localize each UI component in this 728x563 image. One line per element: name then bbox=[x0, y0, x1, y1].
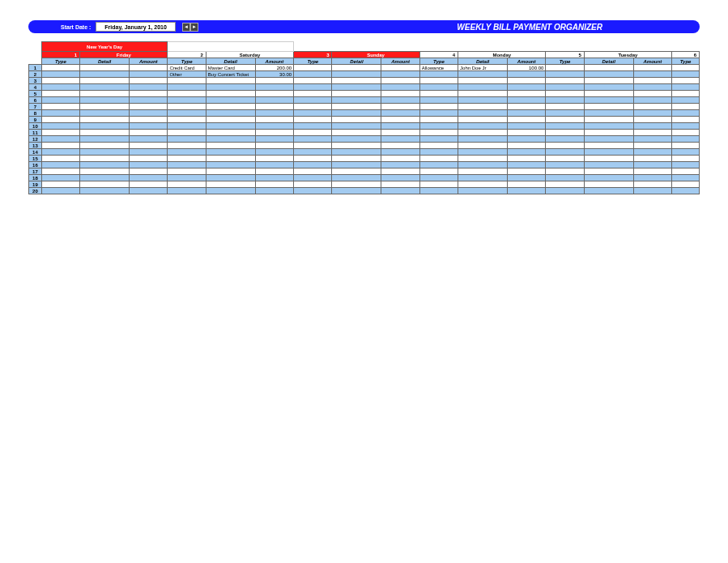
detail-cell[interactable] bbox=[80, 110, 130, 117]
type-cell[interactable] bbox=[419, 143, 458, 149]
detail-cell[interactable] bbox=[584, 130, 633, 136]
type-cell[interactable] bbox=[419, 149, 458, 156]
amount-cell[interactable] bbox=[130, 110, 168, 117]
amount-cell[interactable] bbox=[633, 78, 671, 84]
amount-cell[interactable] bbox=[508, 136, 546, 143]
type-cell[interactable] bbox=[672, 97, 700, 104]
amount-cell[interactable] bbox=[633, 97, 671, 104]
detail-cell[interactable] bbox=[80, 168, 130, 175]
detail-cell[interactable] bbox=[80, 71, 130, 78]
amount-cell[interactable] bbox=[508, 130, 546, 136]
amount-cell[interactable] bbox=[381, 188, 419, 194]
type-cell[interactable] bbox=[168, 136, 206, 143]
type-cell[interactable] bbox=[41, 136, 79, 143]
detail-cell[interactable] bbox=[458, 104, 508, 110]
type-cell[interactable] bbox=[672, 71, 700, 78]
detail-cell[interactable] bbox=[332, 156, 381, 162]
type-cell[interactable] bbox=[672, 110, 700, 117]
detail-cell[interactable] bbox=[206, 123, 255, 130]
amount-cell[interactable] bbox=[381, 71, 419, 78]
type-cell[interactable] bbox=[546, 97, 584, 104]
type-cell[interactable] bbox=[419, 188, 458, 194]
detail-cell[interactable] bbox=[206, 188, 255, 194]
type-cell[interactable] bbox=[294, 162, 332, 168]
detail-cell[interactable] bbox=[206, 84, 255, 91]
amount-cell[interactable] bbox=[255, 175, 293, 181]
detail-cell[interactable] bbox=[584, 136, 633, 143]
detail-cell[interactable] bbox=[458, 162, 508, 168]
type-cell[interactable] bbox=[672, 117, 700, 123]
type-cell[interactable] bbox=[41, 162, 79, 168]
detail-cell[interactable] bbox=[80, 97, 130, 104]
amount-cell[interactable] bbox=[633, 123, 671, 130]
type-cell[interactable] bbox=[168, 97, 206, 104]
type-cell[interactable] bbox=[294, 181, 332, 188]
amount-cell[interactable] bbox=[130, 162, 168, 168]
amount-cell[interactable] bbox=[130, 130, 168, 136]
detail-cell[interactable] bbox=[458, 136, 508, 143]
amount-cell[interactable] bbox=[255, 188, 293, 194]
type-cell[interactable] bbox=[294, 110, 332, 117]
type-cell[interactable] bbox=[41, 65, 79, 71]
detail-cell[interactable] bbox=[80, 149, 130, 156]
type-cell[interactable] bbox=[546, 188, 584, 194]
amount-cell[interactable] bbox=[508, 123, 546, 130]
detail-cell[interactable] bbox=[80, 175, 130, 181]
type-cell[interactable] bbox=[168, 130, 206, 136]
type-cell[interactable] bbox=[672, 84, 700, 91]
detail-cell[interactable] bbox=[458, 117, 508, 123]
detail-cell[interactable] bbox=[80, 104, 130, 110]
amount-cell[interactable] bbox=[508, 78, 546, 84]
type-cell[interactable] bbox=[41, 117, 79, 123]
detail-cell[interactable] bbox=[332, 162, 381, 168]
amount-cell[interactable] bbox=[381, 175, 419, 181]
type-cell[interactable] bbox=[41, 175, 79, 181]
amount-cell[interactable] bbox=[255, 156, 293, 162]
amount-cell[interactable] bbox=[508, 91, 546, 97]
detail-cell[interactable] bbox=[458, 123, 508, 130]
detail-cell[interactable] bbox=[584, 65, 633, 71]
detail-cell[interactable] bbox=[584, 143, 633, 149]
type-cell[interactable] bbox=[294, 117, 332, 123]
type-cell[interactable] bbox=[419, 104, 458, 110]
detail-cell[interactable] bbox=[206, 78, 255, 84]
detail-cell[interactable] bbox=[80, 91, 130, 97]
amount-cell[interactable] bbox=[130, 143, 168, 149]
amount-cell[interactable] bbox=[255, 91, 293, 97]
type-cell[interactable] bbox=[168, 104, 206, 110]
detail-cell[interactable] bbox=[584, 149, 633, 156]
type-cell[interactable] bbox=[546, 181, 584, 188]
type-cell[interactable] bbox=[419, 181, 458, 188]
detail-cell[interactable] bbox=[584, 71, 633, 78]
detail-cell[interactable] bbox=[206, 181, 255, 188]
detail-cell[interactable] bbox=[584, 123, 633, 130]
amount-cell[interactable] bbox=[130, 117, 168, 123]
type-cell[interactable]: Credit Card bbox=[168, 65, 206, 71]
amount-cell[interactable] bbox=[508, 175, 546, 181]
detail-cell[interactable] bbox=[206, 136, 255, 143]
type-cell[interactable] bbox=[294, 149, 332, 156]
amount-cell[interactable] bbox=[508, 168, 546, 175]
detail-cell[interactable] bbox=[458, 130, 508, 136]
amount-cell[interactable] bbox=[381, 162, 419, 168]
detail-cell[interactable] bbox=[584, 181, 633, 188]
amount-cell[interactable] bbox=[130, 136, 168, 143]
type-cell[interactable] bbox=[294, 136, 332, 143]
type-cell[interactable] bbox=[419, 136, 458, 143]
start-date-input[interactable]: Friday, January 1, 2010 bbox=[96, 22, 176, 32]
type-cell[interactable] bbox=[168, 123, 206, 130]
type-cell[interactable] bbox=[672, 123, 700, 130]
type-cell[interactable] bbox=[41, 91, 79, 97]
type-cell[interactable] bbox=[294, 91, 332, 97]
type-cell[interactable] bbox=[546, 84, 584, 91]
amount-cell[interactable] bbox=[130, 97, 168, 104]
amount-cell[interactable] bbox=[130, 123, 168, 130]
amount-cell[interactable] bbox=[255, 143, 293, 149]
detail-cell[interactable] bbox=[80, 84, 130, 91]
type-cell[interactable] bbox=[168, 162, 206, 168]
type-cell[interactable] bbox=[294, 65, 332, 71]
detail-cell[interactable] bbox=[80, 181, 130, 188]
type-cell[interactable] bbox=[546, 91, 584, 97]
type-cell[interactable] bbox=[419, 78, 458, 84]
detail-cell[interactable] bbox=[80, 156, 130, 162]
